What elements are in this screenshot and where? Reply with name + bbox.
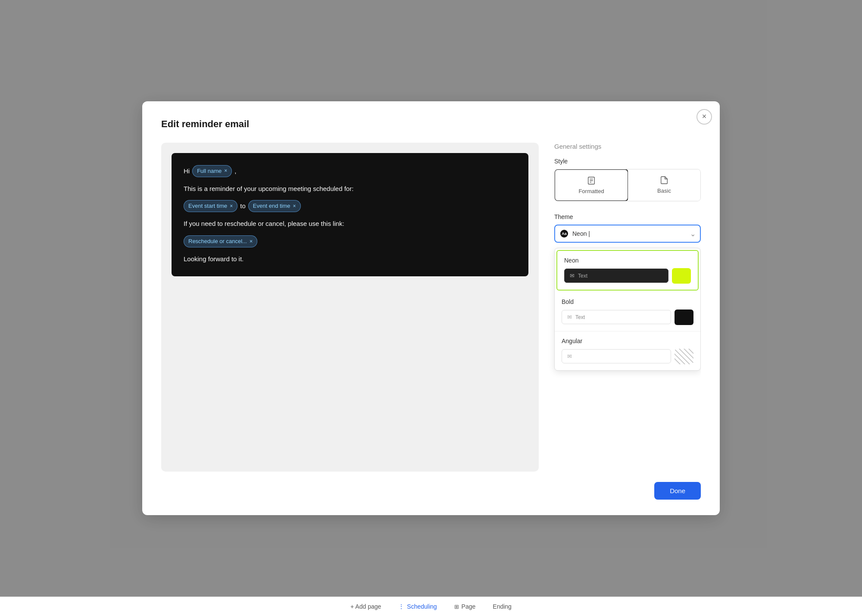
tag-event-start[interactable]: Event start time × <box>184 200 237 212</box>
modal-overlay: Edit reminder email × Hi Full name × , <box>0 0 862 616</box>
tag-event-start-remove[interactable]: × <box>230 202 233 210</box>
nav-page-icon: ⊞ <box>454 603 459 610</box>
tag-reschedule-label: Reschedule or cancel... <box>188 237 247 246</box>
tag-event-end-label: Event end time <box>253 201 290 211</box>
theme-bold-email-preview: ✉ Text <box>562 310 671 324</box>
theme-item-bold[interactable]: Bold ✉ Text <box>555 292 700 331</box>
email-line-closing: Looking forward to it. <box>184 253 516 265</box>
email-line-times: Event start time × to Event end time × <box>184 200 516 212</box>
theme-input-wrapper: Aa Neon | ⌄ <box>554 225 701 243</box>
modal-title: Edit reminder email <box>161 119 701 130</box>
reschedule-text: If you need to reschedule or cancel, ple… <box>184 220 344 227</box>
bottom-nav: + Add page ⋮ Scheduling ⊞ Page Ending <box>0 597 862 616</box>
tag-event-end-remove[interactable]: × <box>293 202 296 210</box>
theme-angular-preview: ✉ <box>562 349 693 364</box>
tag-event-start-label: Event start time <box>188 201 227 211</box>
nav-scheduling-label: Scheduling <box>407 603 437 610</box>
done-button[interactable]: Done <box>654 482 701 500</box>
theme-item-neon[interactable]: Neon ✉ Text <box>556 250 699 291</box>
theme-angular-email-preview: ✉ <box>562 349 671 363</box>
theme-section-label: Theme <box>554 213 701 220</box>
greeting-suffix: , <box>234 166 236 177</box>
settings-title: General settings <box>554 143 701 150</box>
theme-angular-envelope-icon: ✉ <box>567 353 572 360</box>
tag-event-end[interactable]: Event end time × <box>248 200 301 212</box>
tag-fullname-remove[interactable]: × <box>224 166 227 175</box>
email-line-reminder: This is a reminder of your upcoming meet… <box>184 183 516 194</box>
closing-text: Looking forward to it. <box>184 255 244 263</box>
theme-bold-name: Bold <box>562 298 693 305</box>
greeting-prefix: Hi <box>184 166 190 177</box>
theme-neon-email-text: Text <box>578 273 587 279</box>
tag-reschedule-link[interactable]: Reschedule or cancel... × <box>184 235 257 247</box>
email-preview-panel: Hi Full name × , This is a reminder of y… <box>161 143 539 472</box>
add-page-label: + Add page <box>350 603 381 610</box>
email-line-link: Reschedule or cancel... × <box>184 235 516 247</box>
email-line-reschedule-text: If you need to reschedule or cancel, ple… <box>184 218 516 229</box>
theme-dropdown: Neon ✉ Text Bold <box>554 248 701 371</box>
basic-icon <box>659 175 669 185</box>
theme-bold-color-swatch <box>675 310 693 325</box>
theme-dot: Aa <box>560 230 568 238</box>
style-option-basic[interactable]: Basic <box>628 169 700 201</box>
nav-item-page[interactable]: ⊞ Page <box>454 603 476 610</box>
style-formatted-label: Formatted <box>578 188 604 194</box>
theme-bold-preview: ✉ Text <box>562 310 693 325</box>
style-toggle: Formatted Basic <box>554 169 701 201</box>
theme-neon-preview: ✉ Text <box>564 268 691 284</box>
close-button[interactable]: × <box>696 109 712 125</box>
modal-body: Hi Full name × , This is a reminder of y… <box>161 143 701 472</box>
theme-angular-name: Angular <box>562 338 693 344</box>
theme-neon-envelope-icon: ✉ <box>570 272 575 279</box>
theme-bold-email-text: Text <box>575 314 585 320</box>
theme-input[interactable]: Aa Neon | <box>554 225 701 243</box>
add-page-button[interactable]: + Add page <box>350 603 381 610</box>
tag-fullname[interactable]: Full name × <box>192 165 232 177</box>
theme-bold-envelope-icon: ✉ <box>567 314 572 320</box>
modal-dialog: Edit reminder email × Hi Full name × , <box>142 101 720 515</box>
tag-fullname-label: Full name <box>197 166 222 176</box>
modal-footer: Done <box>161 482 701 500</box>
tag-reschedule-remove[interactable]: × <box>250 237 253 246</box>
email-line-greeting: Hi Full name × , <box>184 165 516 177</box>
theme-angular-color-swatch <box>675 349 693 364</box>
theme-neon-email-preview: ✉ Text <box>564 269 668 283</box>
nav-item-scheduling[interactable]: ⋮ Scheduling <box>398 603 437 610</box>
theme-neon-name: Neon <box>564 257 691 264</box>
to-text: to <box>240 200 246 212</box>
settings-panel: General settings Style Formatted <box>554 143 701 472</box>
theme-input-value: Neon | <box>572 230 683 237</box>
style-option-formatted[interactable]: Formatted <box>554 169 628 201</box>
nav-ending-label: Ending <box>493 603 512 610</box>
theme-item-angular[interactable]: Angular ✉ <box>555 331 700 370</box>
formatted-icon <box>587 176 596 185</box>
nav-item-ending[interactable]: Ending <box>493 603 512 610</box>
nav-page-label: Page <box>462 603 476 610</box>
reminder-text: This is a reminder of your upcoming meet… <box>184 185 353 192</box>
theme-chevron-icon: ⌄ <box>690 229 696 238</box>
email-preview-inner: Hi Full name × , This is a reminder of y… <box>172 153 528 277</box>
nav-scheduling-icon: ⋮ <box>398 603 404 610</box>
style-basic-label: Basic <box>657 188 671 194</box>
theme-neon-color-swatch <box>672 268 691 284</box>
style-section-label: Style <box>554 158 701 165</box>
